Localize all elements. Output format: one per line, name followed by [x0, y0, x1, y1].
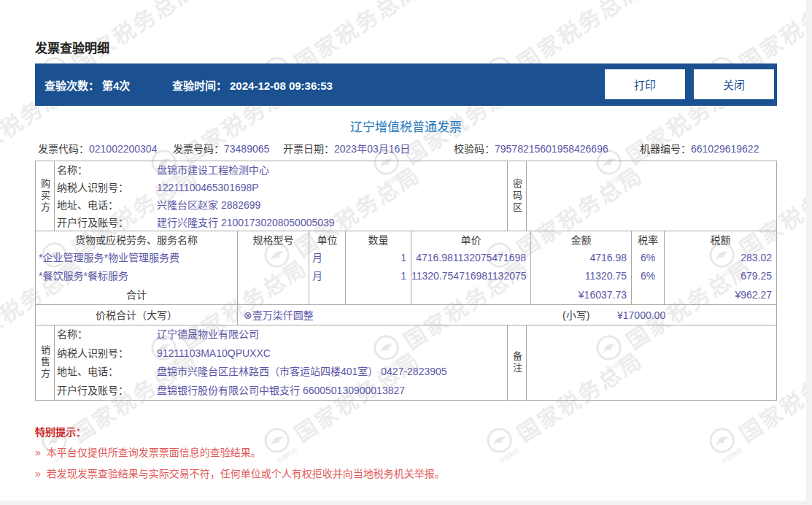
- col-header-amount: 金额: [531, 231, 632, 249]
- item-name: *企业管理服务*物业管理服务费: [36, 249, 238, 267]
- close-button[interactable]: 关闭: [694, 69, 774, 99]
- machine-number-value: 661029619622: [691, 143, 759, 155]
- item-unit: 月: [309, 249, 346, 267]
- buyer-address-value: 兴隆台区赵家 2882699: [157, 196, 260, 214]
- buyer-bank-row: 开户行及账号：建行兴隆支行 21001730208050005039: [55, 214, 507, 231]
- invoice-code-value: 021002200304: [89, 143, 157, 155]
- total-spec-empty: [238, 285, 309, 304]
- total-qty-empty: [346, 285, 411, 304]
- notice-marker-icon: »: [35, 447, 41, 458]
- buyer-section: 购买方 名称：盘锦市建设工程检测中心 纳税人识别号：12211100465301…: [36, 161, 776, 231]
- buyer-side-cell: 购买方: [36, 161, 55, 231]
- seller-address-row: 地址、电话：盘锦市兴隆台区庄林路西（市客运站四楼401室） 0427-28239…: [55, 363, 507, 382]
- invoice-date: 开票日期：2023年03月16日: [283, 142, 410, 156]
- buyer-name-label: 名称：: [55, 161, 157, 179]
- password-area-label: 密码区: [510, 179, 524, 214]
- invoice-table: 购买方 名称：盘锦市建设工程检测中心 纳税人识别号：12211100465301…: [35, 161, 777, 401]
- seller-fields: 名称：辽宁德晟物业有限公司 纳税人识别号：91211103MA10QPUXXC …: [55, 325, 508, 400]
- grand-total-words: ⊗壹万柒仟圆整: [244, 305, 314, 325]
- col-header-qty: 数量: [346, 231, 411, 249]
- remark-label: 备注: [510, 351, 524, 374]
- invoice-number-label: 发票号码：: [173, 143, 224, 155]
- print-button[interactable]: 打印: [605, 69, 685, 99]
- total-tax: ¥962.27: [665, 285, 776, 304]
- buyer-bank-label: 开户行及账号：: [55, 214, 157, 231]
- notice-item-text: 本平台仅提供所查询发票票面信息的查验结果。: [47, 447, 261, 458]
- item-rate: 6%: [632, 267, 665, 285]
- seller-name-label: 名称：: [55, 325, 157, 344]
- window-bottom-edge: [0, 501, 806, 505]
- grand-total-label: 价税合计（大写）: [36, 305, 238, 325]
- notice-marker-icon: »: [35, 468, 41, 479]
- item-spec: [238, 249, 309, 267]
- item-unit: 月: [309, 267, 346, 285]
- grand-total-figures: ¥17000.00: [617, 305, 665, 325]
- check-count-value: 第4次: [102, 80, 130, 92]
- seller-name-value: 辽宁德晟物业有限公司: [157, 325, 259, 344]
- scrollbar-track[interactable]: [806, 0, 812, 505]
- check-time-label: 查验时间：: [172, 80, 227, 92]
- invoice-verification-page: 中国税务国家税务总局中国税务国家税务总局中国税务国家税务总局中国税务国家税务总局…: [0, 0, 812, 505]
- invoice-date-value: 2023年03月16日: [334, 143, 410, 155]
- item-tax: 679.25: [665, 267, 776, 285]
- total-row-label: 合计: [36, 285, 238, 304]
- seller-side-label: 销售方: [38, 345, 52, 380]
- item-spec: [238, 267, 309, 285]
- buyer-taxid-value: 12211100465301698P: [157, 179, 259, 196]
- items-table: 货物或应税劳务、服务名称 规格型号 单位 数量 单价 金额 税率 税额 *企业管…: [36, 231, 776, 305]
- seller-taxid-row: 纳税人识别号：91211103MA10QPUXXC: [55, 344, 507, 363]
- seller-side-cell: 销售方: [36, 325, 55, 400]
- check-code: 校验码：79578215601958426696: [454, 142, 608, 156]
- check-code-label: 校验码：: [454, 143, 495, 155]
- seller-address-label: 地址、电话：: [55, 363, 157, 382]
- total-unit-empty: [309, 285, 346, 304]
- seller-name-row: 名称：辽宁德晟物业有限公司: [55, 325, 507, 344]
- buyer-taxid-row: 纳税人识别号：12211100465301698P: [55, 179, 507, 196]
- seller-bank-value: 盘锦银行股份有限公司中银支行 660050130900013827: [157, 382, 405, 401]
- invoice-number-value: 73489065: [224, 143, 269, 155]
- total-amount: ¥16037.73: [531, 285, 632, 304]
- item-amount: 4716.98: [531, 249, 632, 267]
- page-title: 发票查验明细: [35, 38, 109, 56]
- buyer-bank-value: 建行兴隆支行 21001730208050005039: [157, 214, 335, 231]
- item-name: *餐饮服务*餐标服务: [36, 267, 238, 285]
- item-amount: 11320.75: [531, 267, 632, 285]
- item-price: 11320.754716981132075: [411, 267, 531, 285]
- buyer-name-value: 盘锦市建设工程检测中心: [157, 161, 269, 179]
- verification-toolbar: 查验次数：第4次 查验时间：2024-12-08 09:36:53 打印 关闭: [35, 63, 777, 106]
- item-price: 4716.981132075471698: [411, 249, 531, 267]
- buyer-name-row: 名称：盘锦市建设工程检测中心: [55, 161, 507, 179]
- password-side-cell: 密码区: [508, 161, 527, 231]
- check-time-value: 2024-12-08 09:36:53: [230, 80, 333, 92]
- notice-item: »若发现发票查验结果与实际交易不符，任何单位或个人有权拒收并向当地税务机关举报。: [35, 466, 445, 480]
- item-rate: 6%: [632, 249, 665, 267]
- invoice-date-label: 开票日期：: [283, 143, 334, 155]
- seller-section: 销售方 名称：辽宁德晟物业有限公司 纳税人识别号：91211103MA10QPU…: [36, 325, 776, 400]
- buyer-address-label: 地址、电话：: [55, 196, 157, 214]
- buyer-fields: 名称：盘锦市建设工程检测中心 纳税人识别号：12211100465301698P…: [55, 161, 508, 231]
- col-header-spec: 规格型号: [238, 231, 309, 249]
- col-header-price: 单价: [411, 231, 531, 249]
- notice-title: 特别提示：: [35, 424, 86, 439]
- machine-number-label: 机器编号：: [640, 143, 691, 155]
- machine-number: 机器编号：661029619622: [640, 142, 759, 156]
- check-count: 查验次数：第4次: [45, 77, 130, 93]
- seller-bank-row: 开户行及账号：盘锦银行股份有限公司中银支行 660050130900013827: [55, 382, 507, 401]
- buyer-side-label: 购买方: [38, 179, 52, 214]
- buyer-address-row: 地址、电话：兴隆台区赵家 2882699: [55, 196, 507, 214]
- col-header-name: 货物或应税劳务、服务名称: [36, 231, 238, 249]
- total-price-empty: [411, 285, 531, 304]
- seller-address-value: 盘锦市兴隆台区庄林路西（市客运站四楼401室） 0427-2823905: [157, 363, 447, 382]
- col-header-unit: 单位: [309, 231, 346, 249]
- grand-total-small-label: (小写): [562, 305, 589, 325]
- password-area: [527, 161, 776, 231]
- invoice-code: 发票代码：021002200304: [38, 142, 157, 156]
- col-header-rate: 税率: [632, 231, 665, 249]
- item-qty: 1: [346, 267, 411, 285]
- invoice-number: 发票号码：73489065: [173, 142, 269, 156]
- col-header-tax: 税额: [665, 231, 776, 249]
- item-tax: 283.02: [665, 249, 776, 267]
- notice-item: »本平台仅提供所查询发票票面信息的查验结果。: [35, 444, 261, 459]
- notice-item-text: 若发现发票查验结果与实际交易不符，任何单位或个人有权拒收并向当地税务机关举报。: [47, 468, 445, 479]
- buyer-taxid-label: 纳税人识别号：: [55, 179, 157, 196]
